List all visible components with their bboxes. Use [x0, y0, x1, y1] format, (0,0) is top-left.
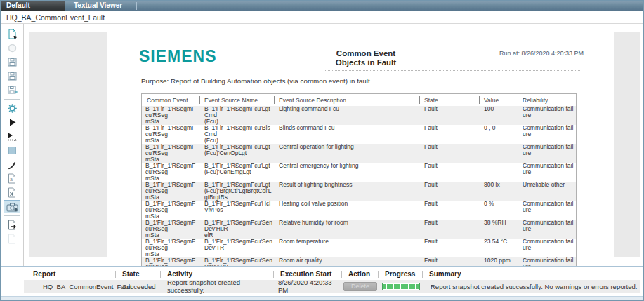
column-header: Reliability	[518, 94, 576, 106]
toolbar-divider	[4, 215, 20, 216]
table-cell: Central emergency for lighting	[274, 163, 419, 182]
table-cell: Fault	[419, 125, 479, 144]
table-cell: Room temperature	[274, 239, 419, 257]
status-column-header: Summary	[422, 268, 640, 280]
status-summary: Report snapshot created successfully. No…	[422, 280, 640, 293]
status-column-label: Activity	[167, 270, 192, 278]
send-report-icon[interactable]	[4, 218, 20, 232]
column-separator	[518, 96, 518, 104]
table-cell: B_1'Flr_1'RSegmFcu'BlsCmd (Fcu)	[199, 125, 274, 144]
table-cell	[479, 144, 518, 163]
save-as-icon[interactable]	[4, 69, 20, 83]
table-row: B_1'Flr_1'RSegmFcu'RSeg mStaB_1'Flr_1'RS…	[142, 182, 576, 201]
table-cell: Blinds command Fcu	[274, 125, 419, 144]
siemens-logo: SIEMENS	[139, 46, 217, 66]
column-header-label: Event Source Name	[204, 97, 258, 104]
table-row: B_1'Flr_1'RSegmFcu'RSeg mStaB_1'Flr_1'RS…	[142, 201, 576, 220]
report-viewer-window: Default Textual Viewer HQ_BA_CommonEvent…	[0, 0, 644, 301]
table-cell: 0 , 0	[479, 125, 518, 144]
table-cell: Communication failure	[518, 163, 576, 182]
status-progress	[378, 280, 422, 293]
save-icon[interactable]	[4, 55, 20, 69]
delete-button[interactable]: Delete	[343, 282, 377, 291]
status-column-label: Action	[348, 270, 370, 278]
window-bottom-strip	[1, 296, 643, 301]
table-cell: Communication failure	[518, 257, 576, 266]
column-header: Common Event	[142, 94, 199, 106]
table-cell: B_1'Flr_1'RSegmFcu'Lgt (Fcu)'BrgtCtl'Lgt…	[199, 182, 274, 201]
column-separator	[378, 271, 379, 278]
column-separator	[274, 96, 275, 104]
progress-segment	[390, 284, 393, 289]
export-pdf-icon[interactable]: a	[4, 172, 20, 185]
column-header: Event Source Description	[274, 94, 419, 106]
column-header: State	[419, 94, 479, 106]
tab-textual-viewer[interactable]: Textual Viewer	[65, 1, 136, 11]
column-header: Event Source Name	[199, 94, 274, 106]
table-cell: Unreliable other	[518, 182, 576, 201]
table-cell: B_1'Flr_1'RSegmFcu'LgtCmd (Fcu)	[199, 106, 274, 125]
new-from-template-icon[interactable]	[4, 232, 20, 246]
run-timestamp: Run at: 8/26/2020 4:20:33 PM	[485, 50, 584, 57]
refresh-icon[interactable]	[4, 41, 20, 55]
run-icon[interactable]	[4, 116, 20, 129]
table-header-row: Common EventEvent Source NameEvent Sourc…	[142, 94, 576, 106]
table-cell: Fault	[419, 163, 479, 182]
save-all-icon[interactable]	[4, 83, 20, 97]
page-corner-mark-right	[579, 67, 590, 76]
status-activity: Report snapshot created successfully.	[160, 280, 273, 293]
table-cell: B_1'Flr_1'RSegmFcu'Lgt (Fcu)'CenOpLgt	[199, 144, 274, 163]
table-row: B_1'Flr_1'RSegmFcu'RSeg mStaB_1'Flr_1'RS…	[142, 239, 576, 257]
export-excel-icon[interactable]	[4, 186, 20, 199]
table-cell: Communication failure	[518, 125, 576, 144]
new-report-icon[interactable]	[4, 27, 20, 41]
run-with-options-icon[interactable]	[4, 130, 20, 143]
report-preview-area: SIEMENS Common Event Objects in Fault Ru…	[25, 24, 640, 266]
report-purpose: Purpose: Report of Building Automation o…	[141, 77, 370, 85]
table-cell: Fault	[419, 220, 479, 239]
table-cell	[479, 163, 518, 182]
table-cell: Fault	[419, 239, 479, 257]
stop-icon[interactable]	[4, 144, 20, 157]
status-column-header: Action	[341, 268, 378, 280]
table-cell: Relative humidity for room	[274, 220, 419, 239]
sign-icon[interactable]	[4, 158, 20, 171]
table-cell: B_1'Flr_1'RSegmFcu'SenDev'AQu alR	[199, 257, 274, 266]
settings-icon[interactable]	[4, 102, 20, 115]
status-row[interactable]: HQ_BA_CommonEvent_FaultSucceededReport s…	[24, 280, 640, 293]
column-separator	[422, 271, 423, 278]
table-row: B_1'Flr_1'RSegmFcu'RSeg mStaB_1'Flr_1'RS…	[142, 144, 576, 163]
column-separator	[199, 96, 200, 104]
tab-default[interactable]: Default	[1, 1, 65, 11]
view-tab-bar: Default Textual Viewer	[1, 1, 643, 11]
table-cell: Communication failure	[518, 144, 576, 163]
toolbar-divider	[4, 99, 20, 100]
table-cell: Fault	[419, 106, 479, 125]
column-header-label: Value	[484, 97, 499, 104]
table-cell: 0 %	[479, 201, 518, 220]
progress-segment	[394, 284, 397, 289]
table-cell: 100	[479, 106, 518, 125]
table-cell: Communication failure	[518, 201, 576, 220]
table-cell: B_1'Flr_1'RSegmFcu'RSeg mSta	[142, 125, 199, 144]
table-row: B_1'Flr_1'RSegmFcu'RSeg mStaB_1'Flr_1'RS…	[142, 257, 576, 266]
table-cell: B_1'Flr_1'RSegmFcu'RSeg mSta	[142, 182, 199, 201]
column-header-label: State	[424, 97, 438, 104]
toolbar-divider	[4, 248, 20, 248]
table-cell: B_1'Flr_1'RSegmFcu'SenDev'HuR elR	[199, 220, 274, 239]
tab-separator	[136, 2, 137, 10]
progress-segment	[397, 284, 400, 289]
table-cell: Result of lighting brightness	[274, 182, 419, 201]
status-column-label: Summary	[429, 270, 461, 278]
snapshot-icon[interactable]	[4, 200, 20, 213]
status-column-header: State	[115, 268, 160, 280]
table-cell: 800 lx	[479, 182, 518, 201]
table-cell: B_1'Flr_1'RSegmFcu'RSeg mSta	[142, 257, 199, 266]
table-cell: 38 %RH	[479, 220, 518, 239]
page-margin-guide-bottom	[324, 70, 580, 71]
table-cell: Fault	[419, 144, 479, 163]
column-header-label: Common Event	[147, 97, 188, 104]
progress-segment	[401, 284, 404, 289]
table-cell: Communication failure	[518, 106, 576, 125]
fault-objects-table: Common EventEvent Source NameEvent Sourc…	[141, 93, 577, 266]
